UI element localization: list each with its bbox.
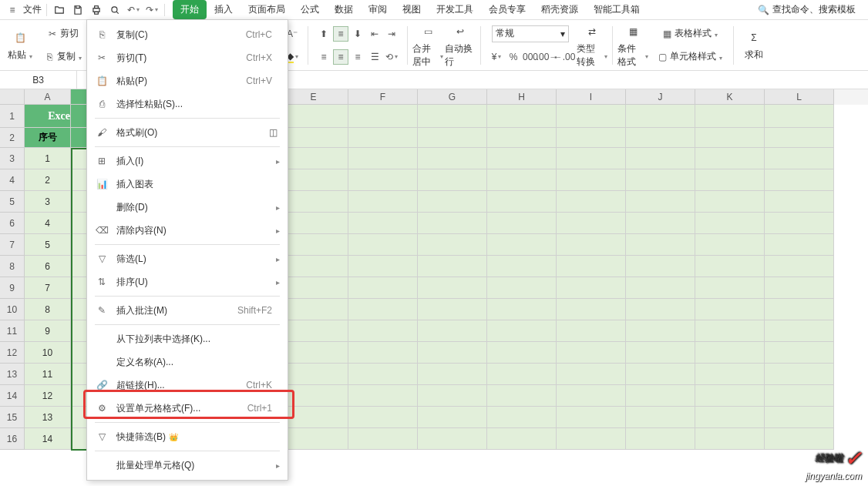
cell[interactable] [348, 407, 418, 428]
cm-cut[interactable]: ✂剪切(T)Ctrl+X [87, 46, 288, 69]
cell[interactable] [626, 385, 695, 407]
cell[interactable] [348, 256, 418, 277]
cell[interactable] [765, 148, 834, 169]
row-header[interactable]: 14 [0, 385, 25, 407]
cell[interactable] [765, 320, 834, 342]
cm-batch-process[interactable]: 批量处理单元格(Q)▸ [87, 454, 288, 477]
cell[interactable] [626, 213, 695, 234]
cell[interactable] [765, 213, 834, 234]
decrease-decimal-icon[interactable]: ←.00 [557, 49, 572, 65]
row-header[interactable]: 11 [0, 320, 25, 342]
align-right-icon[interactable]: ≡ [350, 49, 365, 65]
cell[interactable] [695, 128, 765, 148]
cell[interactable] [487, 277, 557, 299]
cell[interactable] [695, 213, 765, 234]
cell[interactable] [487, 342, 557, 364]
tab-formula[interactable]: 公式 [293, 0, 327, 19]
row-header[interactable]: 7 [0, 234, 25, 256]
tab-docer[interactable]: 稻壳资源 [533, 0, 586, 19]
cell[interactable] [418, 234, 487, 256]
cell[interactable]: 序号 [25, 128, 71, 148]
cell[interactable] [626, 191, 695, 213]
sum-button[interactable]: Σ 求和 [738, 22, 769, 69]
cell[interactable] [348, 299, 418, 320]
cell[interactable] [487, 320, 557, 342]
cell[interactable] [557, 213, 626, 234]
row-header[interactable]: 16 [0, 428, 25, 450]
cell[interactable] [348, 428, 418, 450]
percent-icon[interactable]: % [506, 49, 521, 65]
tab-data[interactable]: 数据 [327, 0, 361, 19]
row-header[interactable]: 3 [0, 148, 25, 169]
cell[interactable] [348, 128, 418, 148]
cell[interactable] [695, 256, 765, 277]
cell[interactable] [695, 364, 765, 385]
cell[interactable] [765, 191, 834, 213]
cell[interactable] [557, 407, 626, 428]
cell[interactable] [487, 385, 557, 407]
cell[interactable] [279, 234, 348, 256]
cell[interactable] [626, 364, 695, 385]
cell[interactable] [279, 299, 348, 320]
cell[interactable] [348, 385, 418, 407]
row-header[interactable]: 6 [0, 213, 25, 234]
cm-paste[interactable]: 📋粘贴(P)Ctrl+V [87, 69, 288, 92]
cell[interactable] [418, 105, 487, 128]
cell[interactable]: 4 [25, 213, 71, 234]
row-header[interactable]: 8 [0, 256, 25, 277]
cell[interactable] [765, 128, 834, 148]
tab-page-layout[interactable]: 页面布局 [241, 0, 293, 19]
cell[interactable] [557, 256, 626, 277]
cell[interactable] [695, 428, 765, 450]
cell[interactable] [279, 169, 348, 191]
row-header[interactable]: 9 [0, 277, 25, 299]
col-header[interactable]: I [557, 89, 626, 105]
cell[interactable] [695, 105, 765, 128]
row-header[interactable]: 5 [0, 191, 25, 213]
tab-member[interactable]: 会员专享 [481, 0, 533, 19]
table-style-button[interactable]: ▦表格样式 [658, 22, 721, 45]
cell[interactable] [557, 191, 626, 213]
cell[interactable] [418, 364, 487, 385]
cell[interactable] [418, 128, 487, 148]
file-menu[interactable]: 文件 [23, 3, 42, 16]
cell[interactable] [626, 128, 695, 148]
col-header[interactable]: H [487, 89, 557, 105]
cell[interactable] [765, 364, 834, 385]
cell[interactable] [695, 299, 765, 320]
cell[interactable]: 10 [25, 342, 71, 364]
cell[interactable] [557, 299, 626, 320]
cell[interactable] [348, 234, 418, 256]
cell[interactable]: 13 [25, 407, 71, 428]
currency-icon[interactable]: ¥ [489, 49, 504, 65]
cm-insert-comment[interactable]: ✎插入批注(M)Shift+F2 [87, 299, 288, 322]
cell[interactable] [557, 148, 626, 169]
cell[interactable] [487, 428, 557, 450]
cell[interactable] [557, 364, 626, 385]
cut-button[interactable]: ✂剪切 [43, 22, 82, 45]
cell[interactable]: 9 [25, 320, 71, 342]
cell[interactable] [557, 342, 626, 364]
cm-paste-special[interactable]: ⎙选择性粘贴(S)... [87, 92, 288, 116]
cell[interactable] [418, 320, 487, 342]
cm-delete[interactable]: 删除(D)▸ [87, 196, 288, 219]
cell[interactable] [765, 169, 834, 191]
col-header[interactable]: G [418, 89, 487, 105]
cell[interactable] [626, 407, 695, 428]
cell[interactable] [418, 169, 487, 191]
indent-left-icon[interactable]: ⇤ [367, 26, 382, 42]
cm-hyperlink[interactable]: 🔗超链接(H)...Ctrl+K [87, 374, 288, 397]
tab-insert[interactable]: 插入 [207, 0, 241, 19]
distribute-icon[interactable]: ☰ [367, 49, 382, 65]
cell[interactable]: Exce [25, 105, 71, 128]
cell[interactable] [695, 407, 765, 428]
cell[interactable] [418, 277, 487, 299]
cell[interactable] [279, 385, 348, 407]
cell[interactable] [418, 342, 487, 364]
cell[interactable] [695, 191, 765, 213]
cm-sort[interactable]: ⇅排序(U)▸ [87, 270, 288, 293]
cell[interactable] [626, 320, 695, 342]
align-left-icon[interactable]: ≡ [316, 49, 331, 65]
row-header[interactable]: 15 [0, 407, 25, 428]
open-icon[interactable] [52, 2, 67, 18]
